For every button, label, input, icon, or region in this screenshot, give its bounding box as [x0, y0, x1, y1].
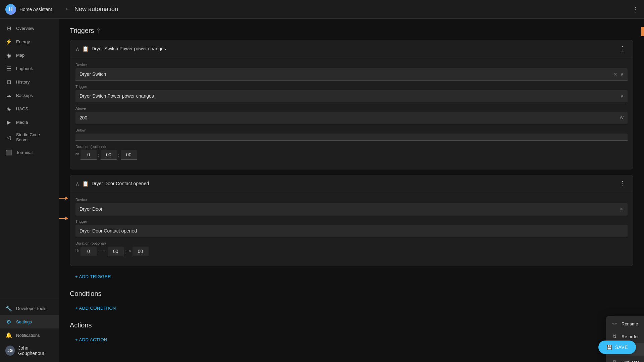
trigger-1-duration-hh[interactable]: [80, 150, 97, 160]
rename-icon: ✏: [611, 321, 618, 327]
user-profile[interactable]: JG John Goughenour: [0, 342, 59, 359]
collapse-icon-1[interactable]: ∧: [75, 46, 79, 52]
sidebar-item-logbook[interactable]: ☰ Logbook: [0, 62, 59, 75]
media-icon: ▶: [5, 119, 12, 125]
trigger-1-more-button[interactable]: ⋮: [618, 44, 628, 53]
trigger-2-duration-ss[interactable]: [132, 247, 149, 256]
user-name: John Goughenour: [18, 345, 54, 356]
trigger-dropdown-arrow[interactable]: ∨: [620, 93, 624, 99]
settings-icon: ⚙: [5, 318, 12, 325]
sidebar-label-notifications: Notifications: [16, 333, 40, 338]
trigger-1-trigger-select[interactable]: Dryer Switch Power power changes ∨: [75, 90, 628, 102]
actions-section-title: Actions: [70, 321, 633, 329]
save-button[interactable]: 💾 SAVE: [598, 341, 636, 354]
trigger-1-duration-field: Duration (optional) hh : :: [75, 145, 628, 160]
main-content: ← New automation ⋮ Triggers ? S ∧: [59, 0, 644, 362]
menu-item-rename[interactable]: ✏ Rename: [606, 317, 644, 330]
app-name: Home Assistant: [19, 7, 52, 12]
history-icon: ⊡: [5, 79, 12, 85]
annotation-s: S: [641, 27, 644, 50]
sidebar-item-backups[interactable]: ☁ Backups: [0, 89, 59, 102]
sidebar-bottom: 🔧 Developer tools ⚙ Settings 🔔 Notificat…: [0, 299, 59, 362]
sidebar-item-media[interactable]: ▶ Media: [0, 115, 59, 129]
trigger-2-device-input[interactable]: Dryer Door ✕: [75, 203, 628, 215]
logbook-icon: ☰: [5, 65, 12, 72]
sidebar-item-developer-tools[interactable]: 🔧 Developer tools: [0, 302, 59, 315]
menu-item-duplicate[interactable]: ⧉ Duplicate: [606, 356, 644, 362]
trigger-type-icon-2: 📋: [82, 180, 89, 187]
trigger-2-duration-inputs: hh : mm : ss: [75, 247, 628, 256]
sidebar-item-hacs[interactable]: ◈ HACS: [0, 102, 59, 115]
trigger-1-below-field: Below: [75, 128, 628, 141]
dropdown-arrow[interactable]: ∨: [620, 71, 624, 77]
backups-icon: ☁: [5, 92, 12, 99]
sidebar-label-map: Map: [16, 53, 24, 58]
duplicate-icon: ⧉: [611, 359, 618, 362]
sidebar-item-studio-code-server[interactable]: ◁ Studio Code Server: [0, 129, 59, 146]
sidebar-item-overview[interactable]: ⊞ Overview: [0, 21, 59, 35]
sidebar-label-studio: Studio Code Server: [16, 132, 54, 142]
trigger-1-above-input[interactable]: 200 W: [75, 112, 628, 124]
overview-icon: ⊞: [5, 25, 12, 32]
add-trigger-container: + ADD TRIGGER: [70, 271, 633, 282]
trigger-2-trigger-select[interactable]: Dryer Door Contact opened: [75, 225, 628, 237]
trigger-1-name: Dryer Switch Power power changes: [92, 46, 615, 51]
sidebar-item-terminal[interactable]: ⬛ Terminal: [0, 146, 59, 159]
trigger-1-duration-inputs: hh : :: [75, 150, 628, 160]
reorder-icon: ⇅: [611, 333, 618, 340]
conditions-section-title: Conditions: [70, 290, 633, 298]
trigger-1-device-input[interactable]: Dryer Switch ✕ ∨: [75, 68, 628, 81]
energy-icon: ⚡: [5, 38, 12, 45]
trigger-1-below-input[interactable]: [75, 134, 628, 141]
sidebar-label-settings: Settings: [16, 319, 32, 324]
sidebar-label-overview: Overview: [16, 26, 34, 31]
clear-icon[interactable]: ✕: [613, 71, 618, 77]
add-action-button[interactable]: + ADD ACTION: [70, 334, 113, 345]
sidebar-label-developer-tools: Developer tools: [16, 306, 46, 311]
context-menu: ✏ Rename ⇅ Re-order ✏ Edit ID ⧉ Duplicat…: [606, 316, 644, 362]
sidebar-label-energy: Energy: [16, 39, 30, 44]
sidebar-item-map[interactable]: ◉ Map: [0, 48, 59, 62]
app-logo: H: [5, 4, 16, 15]
sidebar-item-energy[interactable]: ⚡ Energy: [0, 35, 59, 48]
sidebar-item-notifications[interactable]: 🔔 Notifications: [0, 328, 59, 342]
content-area: Triggers ? S ∧ 📋 Dryer Switch Power powe…: [59, 19, 644, 362]
add-condition-button[interactable]: + ADD CONDITION: [70, 303, 121, 313]
notifications-icon: 🔔: [5, 332, 12, 339]
trigger-2-duration-mm[interactable]: [108, 247, 124, 256]
sidebar-item-settings[interactable]: ⚙ Settings: [0, 315, 59, 328]
trigger-1-above-field: Above 200 W: [75, 106, 628, 124]
collapse-icon-2[interactable]: ∧: [75, 180, 79, 187]
trigger-1-device-field: Device Dryer Switch ✕ ∨: [75, 63, 628, 81]
add-trigger-button[interactable]: + ADD TRIGGER: [70, 271, 116, 282]
trigger-2-duration-hh[interactable]: [80, 247, 97, 256]
sidebar-label-media: Media: [16, 120, 28, 125]
help-icon[interactable]: ?: [97, 28, 100, 34]
trigger-1-duration-ss[interactable]: [121, 150, 137, 160]
actions-section: Actions + ADD ACTION: [70, 321, 633, 345]
more-options-button[interactable]: ⋮: [632, 5, 639, 13]
sidebar-header: H Home Assistant: [0, 0, 59, 19]
annotation-1: 1: [59, 194, 66, 203]
terminal-icon: ⬛: [5, 149, 12, 156]
trigger-2-clear-icon[interactable]: ✕: [620, 206, 624, 212]
triggers-section-title: Triggers ?: [70, 27, 633, 35]
sidebar: H Home Assistant ⊞ Overview ⚡ Energy ◉ M…: [0, 0, 59, 362]
map-icon: ◉: [5, 52, 12, 58]
trigger-card-1: S ∧ 📋 Dryer Switch Power power changes ⋮…: [70, 40, 633, 169]
sidebar-label-logbook: Logbook: [16, 66, 33, 71]
sidebar-label-terminal: Terminal: [16, 150, 33, 155]
trigger-2-name: Dryer Door Contact opened: [92, 181, 615, 186]
save-icon: 💾: [606, 345, 612, 350]
trigger-2-trigger-field: Trigger Dryer Door Contact opened: [75, 219, 628, 237]
hacs-icon: ◈: [5, 105, 12, 112]
sidebar-item-history[interactable]: ⊡ History: [0, 75, 59, 89]
trigger-1-header: ∧ 📋 Dryer Switch Power power changes ⋮: [70, 40, 633, 57]
trigger-2-device-field: Device Dryer Door ✕: [75, 198, 628, 215]
avatar: JG: [5, 346, 15, 356]
trigger-1-duration-mm[interactable]: [101, 150, 117, 160]
developer-tools-icon: 🔧: [5, 305, 12, 312]
sidebar-label-backups: Backups: [16, 93, 33, 98]
trigger-2-more-button[interactable]: ⋮: [618, 179, 628, 188]
back-button[interactable]: ←: [64, 6, 70, 13]
